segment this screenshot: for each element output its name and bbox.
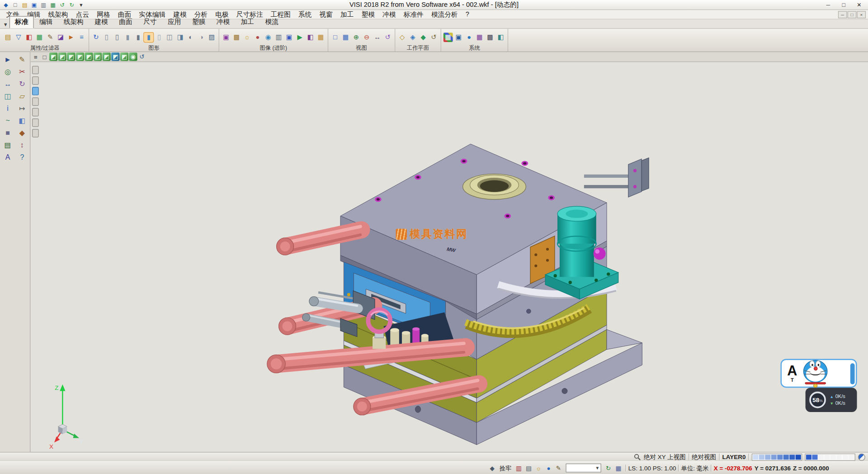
erase-icon[interactable]: ✂ [17,66,28,77]
printer-icon[interactable]: ▤ [524,464,533,473]
data-table-icon[interactable]: ▦ [475,33,485,42]
shaded-mode-icon[interactable]: ▮ [123,33,132,42]
workplane-reset-icon[interactable]: ↺ [429,33,439,42]
view-bottom-icon[interactable]: ◩ [103,52,111,61]
plot-icon[interactable]: ▦ [49,0,57,9]
selection-combo[interactable]: ▼ [566,464,601,473]
color-filter-icon[interactable]: ◧ [24,33,34,42]
shaded-edges-mode-icon[interactable]: ▮ [133,33,143,42]
menu-item-19[interactable]: ? [462,9,473,19]
color-seg-b-0[interactable] [806,455,811,460]
measure-icon[interactable]: ↦ [17,103,28,114]
snapshot-icon[interactable]: ▣ [284,33,294,42]
widget-handle[interactable] [850,363,855,384]
features-icon[interactable]: ◆ [17,127,28,137]
rotate-view-icon[interactable]: ↺ [383,33,392,42]
reflection-toggle-icon[interactable]: ◑ [197,33,206,42]
refresh-layer-icon[interactable]: ↻ [604,464,613,473]
menu-item-14[interactable]: 加工 [336,9,358,19]
view-previous-icon[interactable]: ↺ [138,52,146,61]
clipboard-2-icon[interactable] [32,76,38,85]
wireframe-mode-icon[interactable]: ▯ [102,33,111,42]
zoom-fit-icon[interactable]: □ [330,33,340,42]
active-layer-label[interactable]: LAYER0 [722,454,745,460]
matrix-icon[interactable]: ▩ [486,33,495,42]
menu-item-13[interactable]: 视窗 [316,9,337,19]
mask-icon[interactable]: ◪ [56,33,66,42]
mdi-minimize-button[interactable]: ─ [838,11,847,18]
viewbar-menu-icon[interactable]: ≡ [32,52,40,61]
menu-item-15[interactable]: 塑模 [358,9,379,19]
solids-icon[interactable]: ■ [2,127,13,137]
tab-8[interactable]: 冲模 [211,16,236,28]
minimize-button[interactable]: ─ [821,0,836,9]
scale-icon[interactable]: ▱ [17,90,28,101]
mirror-icon[interactable]: ◫ [2,90,13,101]
view-iso-icon[interactable]: ◩ [49,52,57,61]
rotate-icon[interactable]: ↻ [17,78,28,89]
slide-unit[interactable] [584,158,649,197]
color-seg-b-7[interactable] [849,455,854,460]
tab-0[interactable]: 标准 [9,16,34,28]
clipboard-3-icon[interactable] [32,87,38,95]
view-back-icon[interactable]: ◩ [94,52,102,61]
lighting-icon[interactable]: ☼ [242,33,252,42]
view-top-icon[interactable]: ◩ [58,52,66,61]
pen-attr-icon[interactable]: ✎ [45,33,55,42]
snap-icon[interactable]: ◎ [2,66,13,77]
locating-ring[interactable] [463,174,526,199]
undo-icon[interactable]: ↺ [58,0,66,9]
zoom-indicator-icon[interactable] [634,453,641,460]
workplane-xy-icon[interactable]: ◈ [408,33,417,42]
clipboard-4-icon[interactable] [32,98,38,106]
save-file-icon[interactable]: ▣ [30,0,38,9]
color-seg-b-5[interactable] [836,455,842,460]
world-icon[interactable]: ● [464,33,474,42]
clipboard-6-icon[interactable] [32,118,38,127]
tab-7[interactable]: 塑膜 [187,16,211,28]
color-seg-1[interactable] [759,455,764,460]
tab-dropdown-icon[interactable]: ▼ [2,22,9,28]
view-iso-3-icon[interactable]: ◩ [120,52,128,61]
clipboard-1-icon[interactable] [32,66,38,74]
gallery-icon[interactable]: ▦ [316,33,326,42]
zoom-window-icon[interactable]: ▦ [341,33,350,42]
edit-toggle-icon[interactable]: ✎ [554,464,563,473]
color-seg-2[interactable] [765,455,770,460]
render-mode-icon[interactable]: ▮ [144,33,153,42]
view-left-icon[interactable]: ◩ [85,52,93,61]
monitor-icon[interactable]: ▣ [454,33,463,42]
mdi-restore-button[interactable]: □ [848,11,857,18]
attributes-icon[interactable]: ▤ [3,33,13,42]
tab-4[interactable]: 曲面 [113,16,138,28]
view-dynamic-icon[interactable]: ◉ [129,52,137,61]
sphere-toggle-icon[interactable]: ● [544,464,553,473]
env-map-icon[interactable]: ◉ [264,33,273,42]
assistant-tool-icon[interactable]: T [791,378,794,383]
pick-filter-icon[interactable]: ► [66,33,76,42]
color-seg-0[interactable] [753,455,758,460]
menu-item-17[interactable]: 标准件 [400,9,427,19]
color-seg-b-4[interactable] [830,455,836,460]
color-seg-3[interactable] [771,455,777,460]
select-icon[interactable]: ► [2,54,13,65]
zoom-in-icon[interactable]: ⊕ [352,33,361,42]
print-icon[interactable]: ▥ [39,0,47,9]
tab-9[interactable]: 加工 [235,16,259,28]
color-seg-b-2[interactable] [818,455,824,460]
color-wheel-icon[interactable] [858,453,865,460]
color-seg-6[interactable] [789,455,795,460]
absolute-view-label[interactable]: 绝对视图 [692,453,716,461]
redraw-icon[interactable]: ↻ [91,33,101,42]
view-mode-label[interactable]: 绝对 XY 上视图 [644,453,686,461]
lock-label[interactable]: 拴牢 [499,464,511,472]
tab-2[interactable]: 线架构 [58,16,90,28]
redo-icon[interactable]: ↻ [67,0,75,9]
qa-dropdown-icon[interactable]: ▾ [77,0,85,9]
clipboard-7-icon[interactable] [32,129,38,137]
cube-tool-icon[interactable]: ◧ [496,33,505,42]
menu-item-12[interactable]: 系统 [294,9,316,19]
filter-icon[interactable]: ▽ [14,33,24,42]
workplane-face-icon[interactable]: ◆ [419,33,428,42]
tab-3[interactable]: 建模 [89,16,113,28]
